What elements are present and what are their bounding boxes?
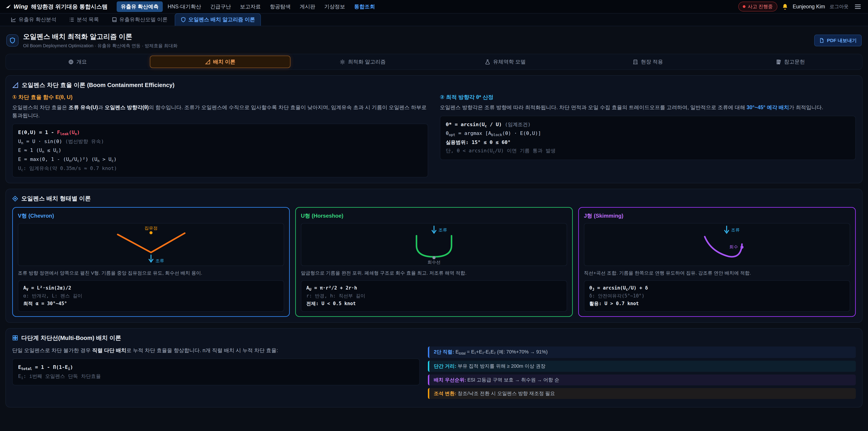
tab-label: 유출유 확산분석 [19,16,56,23]
multi-boom-guideline-list: 2단 직렬: Etotal = E₁+E₂-E₁E₂ (예: 70%+70% →… [428,346,856,402]
v-chevron-diagram: 집유점 조류 [18,223,284,266]
grid-icon [12,335,18,341]
card-description: 조류 방향 정면에서 양쪽으로 펼친 V형. 기름을 중앙 집유점으로 유도, … [18,270,284,276]
section-title: 오일펜스 배치 형태별 이론 [21,194,91,203]
books-icon [776,59,781,65]
multi-boom-columns: 단일 오일펜스로 차단 불가한 경우 직렬 다단 배치로 누적 차단 효율을 향… [12,346,856,402]
section-title: 다단계 차단선(Multi-Boom) 배치 이론 [21,334,121,342]
card-description: 직선+곡선 조합. 기름을 한쪽으로 연행 유도하여 집유. 강조류 연안 배치… [584,270,850,276]
hamburger-menu-icon[interactable] [853,3,863,11]
tab-spill-model-theory[interactable]: 유출유확산모델 이론 [106,14,173,26]
pill-optimization-algorithm[interactable]: 최적화 알고리즘 [292,56,433,68]
brand-name: Wing [13,3,28,10]
logout-button[interactable]: 로그아웃 [830,3,848,10]
guideline-stage-distance: 단간 거리: 부유 집적 방지를 위해 ≥ 200m 이상 권장 [428,361,856,372]
j-skimming-diagram: 조류 회수 [584,223,850,266]
user-name: Eunjeong Kim [793,4,825,10]
pill-hydrodynamics-model[interactable]: 유체역학 모델 [435,56,576,68]
book-icon [112,17,117,22]
tab-boom-algorithm-theory[interactable]: 오일펜스 배치 알고리즘 이론 [175,13,261,26]
tab-bar: 유출유 확산분석 분석 목록 유출유확산모델 이론 오일펜스 배치 알고리즘 이… [0,13,868,26]
page-subtitle: Oil Boom Deployment Optimization · 유출유 확… [23,43,178,49]
card-description: 말굽형으로 기름을 완전 포위. 폐쇄형 구조로 회수 효율 최고. 저조류 해… [301,270,567,276]
nav-item-reports[interactable]: 보고자료 [236,1,265,12]
efficiency-columns: ① 차단 효율 함수 E(θ, U) 오일펜스의 차단 효율은 조류 유속(U)… [12,94,856,177]
tab-analysis-list[interactable]: 분석 목록 [64,14,104,26]
formula-line: 최적 α = 30°~45° [23,300,279,308]
gear-icon [340,59,345,65]
page-header-text: 오일펜스 배치 최적화 알고리즘 이론 Oil Boom Deployment … [23,32,178,49]
card-formula-block: θJ = arcsin(Uc/U) + δ δ: 안전여유각(5°~10°) 활… [584,280,850,312]
formula-line: 전제: U < 0.5 knot [306,300,562,308]
u-horseshoe-diagram: 조류 회수선 [301,223,567,266]
building-icon [633,59,638,65]
globe-icon [68,59,74,65]
nav-item-board[interactable]: 게시판 [296,1,319,12]
chart-line-icon [11,17,16,22]
tab-label: 분석 목록 [76,16,99,23]
page-title: 오일펜스 배치 최적화 알고리즘 이론 [23,32,178,41]
formula-line: 단, θ < arcsin(Uc/U) 이면 기름 통과 발생 [446,147,850,155]
list-icon [69,17,74,22]
wing-logo-icon [5,4,11,9]
document-icon [819,38,824,43]
pill-overview[interactable]: 개요 [7,56,148,68]
pdf-export-button[interactable]: PDF 내보내기 [814,35,862,46]
optimal-angle-body: 오일펜스 방향각은 조류 방향에 따라 최적화됩니다. 차단 면적과 오일 수집… [440,103,856,112]
pdf-export-label: PDF 내보내기 [827,37,857,43]
u-boom-shape [416,236,452,257]
nav-item-oil-spill-prediction[interactable]: 유출유 확산예측 [117,1,162,12]
efficiency-function-heading: ① 차단 효율 함수 E(θ, U) [12,94,428,101]
incident-badge-label: 사고 진행중 [748,3,773,10]
efficiency-right-column: ② 최적 방향각 θ* 산정 오일펜스 방향각은 조류 방향에 따라 최적화됩니… [440,94,856,177]
card-title: U형 (Horseshoe) [301,212,567,219]
formula-line: AU = π·r²/2 + 2r·h [306,284,562,293]
formula-line: α: 반개각, L: 펜스 길이 [23,292,279,300]
multi-boom-left-column: 단일 오일펜스로 차단 불가한 경우 직렬 다단 배치로 누적 차단 효율을 향… [12,346,420,402]
efficiency-left-column: ① 차단 효율 함수 E(θ, U) 오일펜스의 차단 효율은 조류 유속(U)… [12,94,428,177]
shape-cards: V형 (Chevron) 집유점 조류 조류 방향 정면에서 양쪽으로 펼친 V… [12,207,856,317]
formula-line: Uc: 임계유속(약 0.35m/s ≈ 0.7 knot) [18,164,422,173]
formula-line: r: 반경, h: 직선부 길이 [306,292,562,300]
incident-status-badge[interactable]: 사고 진행중 [738,2,777,11]
tab-label: 유출유확산모델 이론 [119,16,167,23]
tab-spill-analysis[interactable]: 유출유 확산분석 [5,14,62,26]
incident-dot-icon [743,5,745,8]
app-root: Wing 해양환경 위기대응 통합시스템 유출유 확산예측 HNS·대기확산 긴… [0,0,868,431]
nav-item-emergency-rescue[interactable]: 긴급구난 [206,1,235,12]
nav-item-aerial-search[interactable]: 항공탐색 [266,1,295,12]
current-label: 조류 [438,227,447,232]
pill-references[interactable]: 참고문헌 [720,56,861,68]
app-title: 해양환경 위기대응 통합시스템 [31,3,107,10]
section-title: 오일펜스 차단 효율 이론 (Boom Containment Efficien… [22,81,175,89]
efficiency-function-body: 오일펜스의 차단 효율은 조류 유속(U)과 오일펜스 방향각(θ)의 함수입니… [12,103,428,120]
optimal-angle-heading: ② 최적 방향각 θ* 산정 [440,94,856,101]
top-bar: Wing 해양환경 위기대응 통합시스템 유출유 확산예측 HNS·대기확산 긴… [0,0,868,13]
nav-item-hns-air-dispersion[interactable]: HNS·대기확산 [164,1,205,12]
multi-boom-formula-block: Etotal = 1 - Π(1-Ei) Ei: i번째 오일펜스 단독 차단효… [12,359,420,386]
optimal-angle-formula-block: θ* = arcsin(Uc / U) (임계조건) θopt = argmax… [440,116,856,160]
pill-deployment-theory[interactable]: 배치 이론 [150,56,291,68]
bell-icon[interactable] [782,3,788,10]
recovery-label: 회수 [729,245,738,249]
formula-line: 활용: U > 0.7 knot [589,300,845,308]
guideline-priority: 배치 우선순위: ESI 고등급 구역 보호 → 취수원 → 어항 순 [428,374,856,386]
nav-item-integrated-search[interactable]: 통합조회 [350,1,379,12]
multi-boom-body: 단일 오일펜스로 차단 불가한 경우 직렬 다단 배치로 누적 차단 효율을 향… [12,346,420,355]
formula-line: Un = U · sin(θ) (법선방향 유속) [18,137,422,146]
efficiency-function-formula-block: E(θ,U) = 1 - Fleak(Un) Un = U · sin(θ) (… [12,124,428,177]
formula-line: Ei: i번째 오일펜스 단독 차단효율 [18,372,414,381]
diamond-icon [12,196,18,202]
current-label: 조류 [731,227,740,232]
nav-item-weather-info[interactable]: 기상정보 [320,1,349,12]
formula-line: 실용범위: 15° ≤ θ ≤ 60° [446,138,850,147]
triangle-ruler-icon [12,82,19,88]
pill-field-application[interactable]: 현장 적용 [578,56,718,68]
recovery-vessel-label: 회수선 [428,260,440,265]
formula-line: δ: 안전여유각(5°~10°) [589,292,845,300]
section-boom-shapes: 오일펜스 배치 형태별 이론 V형 (Chevron) 집유점 조류 조류 방향… [5,189,863,322]
card-u-horseshoe: U형 (Horseshoe) 조류 회수선 말굽형으로 기름을 완전 포위. 폐… [295,207,573,317]
formula-line: AV = L²·sin(2α)/2 [23,284,279,293]
v-boom-shape [118,233,185,252]
recovery-dot [741,246,744,249]
